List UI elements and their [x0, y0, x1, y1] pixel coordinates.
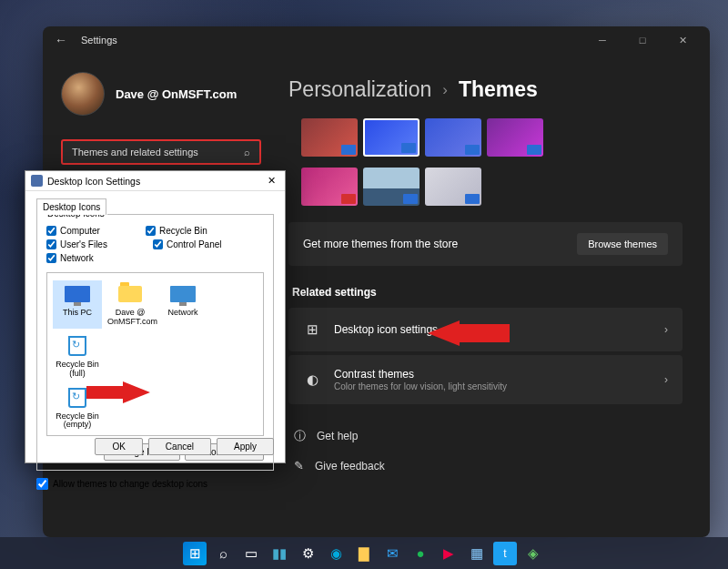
browse-themes-button[interactable]: Browse themes: [577, 233, 668, 255]
help-icon: ⓘ: [294, 428, 306, 444]
checkbox-recycle-bin[interactable]: Recycle Bin: [146, 226, 207, 236]
maximize-button[interactable]: □: [622, 26, 662, 54]
chevron-right-icon: ›: [664, 323, 668, 336]
themes-grid: [288, 118, 682, 206]
icon-preview-list: This PC Dave @ OnMSFT.com Network Recycl…: [46, 272, 264, 436]
minimize-button[interactable]: ─: [582, 26, 622, 54]
checkbox-computer[interactable]: Computer: [46, 226, 100, 236]
avatar: [61, 72, 105, 116]
taskbar-settings-icon[interactable]: ⚙: [296, 542, 319, 565]
dialog-close-button[interactable]: ✕: [264, 175, 279, 187]
icon-recycle-full[interactable]: Recycle Bin (full): [53, 332, 102, 381]
taskbar-spotify-icon[interactable]: ●: [409, 542, 432, 565]
start-button[interactable]: ⊞: [183, 542, 207, 565]
cancel-button[interactable]: Cancel: [148, 438, 211, 455]
taskbar-search-icon[interactable]: ⌕: [211, 542, 235, 565]
window-title: Settings: [81, 35, 117, 46]
icon-recycle-empty[interactable]: Recycle Bin (empty): [53, 384, 102, 432]
store-text: Get more themes from the store: [303, 238, 577, 250]
checkbox-network[interactable]: Network: [46, 253, 94, 263]
desktop-icon-settings-row[interactable]: ⊞ Desktop icon settings ›: [288, 308, 682, 351]
title-bar: ← Settings ─ □ ✕: [43, 26, 710, 54]
tab-desktop-icons[interactable]: Desktop Icons: [36, 198, 106, 215]
contrast-icon: ◐: [303, 371, 321, 389]
search-value: Themes and related settings: [72, 147, 244, 157]
chevron-right-icon: ›: [442, 81, 448, 99]
checkbox-users-files[interactable]: User's Files: [46, 239, 107, 249]
theme-thumbnail[interactable]: [425, 168, 481, 206]
taskbar: ⊞ ⌕ ▭ ▮▮ ⚙ ◉ ▇ ✉ ● ▶ ▦ t ◈: [0, 537, 728, 569]
checkbox-control-panel[interactable]: Control Panel: [153, 239, 222, 249]
apply-button[interactable]: Apply: [217, 438, 274, 455]
taskbar-explorer-icon[interactable]: ▇: [352, 542, 376, 565]
back-button[interactable]: ←: [50, 29, 72, 51]
theme-thumbnail[interactable]: [301, 168, 358, 206]
theme-thumbnail[interactable]: [363, 168, 420, 206]
breadcrumb-parent[interactable]: Personalization: [288, 77, 431, 102]
breadcrumb-current: Themes: [459, 77, 538, 102]
theme-thumbnail-selected[interactable]: [363, 118, 420, 157]
breadcrumb: Personalization › Themes: [288, 77, 682, 102]
taskbar-app-icon[interactable]: ◈: [521, 542, 545, 565]
chevron-right-icon: ›: [664, 373, 668, 386]
user-name: Dave @ OnMSFT.com: [116, 87, 237, 101]
desktop-icon-settings-dialog: Desktop Icon Settings ✕ Desktop Icons De…: [25, 170, 286, 463]
icon-user-folder[interactable]: Dave @ OnMSFT.com: [106, 280, 155, 329]
store-row: Get more themes from the store Browse th…: [288, 222, 682, 266]
taskbar-mail-icon[interactable]: ✉: [380, 542, 404, 565]
dialog-title-bar: Desktop Icon Settings ✕: [25, 171, 285, 191]
taskbar-twitter-icon[interactable]: t: [493, 542, 517, 565]
feedback-icon: ✎: [294, 459, 304, 472]
taskbar-app-icon[interactable]: ▦: [465, 542, 489, 565]
user-profile[interactable]: Dave @ OnMSFT.com: [61, 63, 261, 134]
dialog-title: Desktop Icon Settings: [47, 176, 264, 187]
taskbar-taskview-icon[interactable]: ▭: [239, 542, 263, 565]
dialog-icon: [31, 175, 43, 187]
related-settings-heading: Related settings: [288, 286, 682, 299]
checkbox-allow-themes[interactable]: Allow themes to change desktop icons: [36, 478, 274, 490]
desktop-icons-group: Desktop icons Computer Recycle Bin User'…: [36, 214, 274, 471]
icon-network[interactable]: Network: [158, 280, 207, 329]
taskbar-play-icon[interactable]: ▶: [437, 542, 460, 565]
search-input[interactable]: Themes and related settings ⌕: [61, 139, 261, 165]
get-help-link[interactable]: ⓘ Get help: [288, 421, 682, 452]
contrast-themes-row[interactable]: ◐ Contrast themes Color themes for low v…: [288, 355, 682, 404]
theme-thumbnail[interactable]: [301, 118, 358, 157]
taskbar-widgets-icon[interactable]: ▮▮: [268, 542, 291, 565]
taskbar-edge-icon[interactable]: ◉: [324, 542, 348, 565]
icon-this-pc[interactable]: This PC: [53, 280, 102, 329]
give-feedback-link[interactable]: ✎ Give feedback: [288, 452, 682, 480]
theme-thumbnail[interactable]: [425, 118, 481, 157]
search-icon: ⌕: [244, 147, 250, 157]
main-panel: Personalization › Themes Get more themes…: [279, 54, 710, 537]
theme-thumbnail[interactable]: [487, 118, 543, 157]
close-button[interactable]: ✕: [662, 26, 703, 54]
ok-button[interactable]: OK: [95, 438, 142, 455]
desktop-icon: ⊞: [303, 320, 321, 339]
